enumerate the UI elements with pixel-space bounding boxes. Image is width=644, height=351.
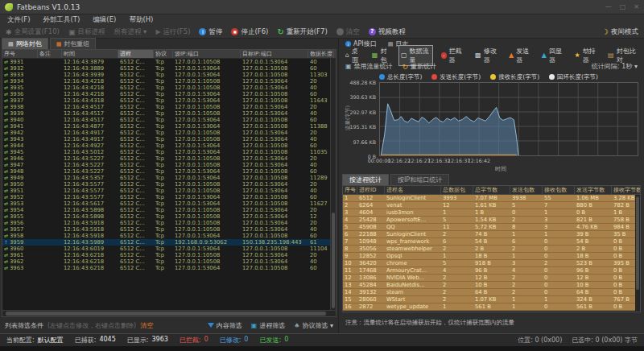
target-process-button[interactable]: ▣目标进程 xyxy=(68,27,105,37)
col-length[interactable]: 数据长度 xyxy=(308,50,334,58)
col-protocol[interactable]: 协议 xyxy=(154,50,173,58)
col-process[interactable]: 进程 xyxy=(118,50,154,58)
protocol-filter-button[interactable]: ♠协议筛选 ▾ xyxy=(294,321,333,330)
menu-item-file[interactable]: 文件(F) xyxy=(7,15,31,25)
process-table-vscrollbar[interactable] xyxy=(635,195,640,312)
col-sent-bytes[interactable]: 发送字节数 xyxy=(575,186,612,194)
minimize-button[interactable]: — xyxy=(605,3,612,10)
packet-row[interactable]: ⇄393712:16:43:43186512 C...Tcp127.0.0.1:… xyxy=(2,97,336,104)
process-row[interactable]: 162872wetype_update1561 B10561 B0 B xyxy=(343,304,640,311)
maximize-button[interactable]: □ xyxy=(620,3,626,10)
packet-row[interactable]: ⇄393212:16:43:38896512 C...Tcp127.0.0.1:… xyxy=(2,65,336,72)
packet-row[interactable]: ⇄393412:16:43:42186512 C...Tcp127.0.0.1:… xyxy=(2,78,336,85)
legend-loopback[interactable]: 回环长度(字节) xyxy=(549,73,598,81)
packet-row[interactable]: ⇄394512:16:43:50126512 C...Tcp127.0.0.1:… xyxy=(2,149,336,155)
packet-row[interactable]: ⇄394312:16:43:49176512 C...Tcp127.0.0.1:… xyxy=(2,136,336,142)
col-total-bytes[interactable]: 总字节数 xyxy=(473,186,510,194)
menu-item-edit[interactable]: 编辑(E) xyxy=(93,15,116,25)
packet-row[interactable]: ⇄394012:16:43:45176512 C...Tcp127.0.0.1:… xyxy=(2,117,336,123)
col-recv-bytes[interactable]: 接收字节数 xyxy=(612,186,641,194)
packet-row[interactable]: ⇄395712:16:43:59186512 C...Tcp127.0.0.1:… xyxy=(2,226,336,233)
menu-item-help[interactable]: 帮助(H) xyxy=(129,15,153,25)
tab-packet-reassembly[interactable]: ▦封包重组 xyxy=(50,38,97,49)
stop-button[interactable]: ■停止(F6) xyxy=(231,27,268,37)
packet-row[interactable]: ⇄394912:16:43:53576512 C...Tcp127.0.0.1:… xyxy=(2,175,336,181)
packet-row[interactable]: ⇄395412:16:43:58986512 C...Tcp127.0.0.1:… xyxy=(2,207,336,213)
packet-row[interactable]: ⇄395212:16:43:55776512 C...Tcp127.0.0.1:… xyxy=(2,194,336,200)
legend-total[interactable]: 总长度(字节) xyxy=(379,73,422,81)
packet-row[interactable]: ⇄394412:16:43:49276512 C...Tcp127.0.0.1:… xyxy=(2,142,336,149)
packet-row[interactable]: ⇄396112:16:43:62186512 C...Tcp127.0.0.1:… xyxy=(2,252,336,258)
packet-row[interactable]: ⇄395612:16:43:59186512 C...Tcp127.0.0.1:… xyxy=(2,220,336,226)
video-tutorial-button[interactable]: ?视频教程 xyxy=(369,27,406,37)
recount-button[interactable]: ↻重新统计 xyxy=(402,62,437,71)
col-seq[interactable]: 序号 xyxy=(2,50,38,58)
packet-row[interactable]: ⇄393312:16:43:39396512 C...Tcp127.0.0.1:… xyxy=(2,72,336,78)
packet-row[interactable]: ⇄395012:16:43:55776512 C...Tcp127.0.0.1:… xyxy=(2,181,336,188)
process-scope-dropdown[interactable]: 所有进程 ▾ xyxy=(114,27,147,37)
packet-row[interactable]: ⇄393812:16:43:45176512 C...Tcp127.0.0.1:… xyxy=(2,104,336,110)
monitor-icon: ▣ xyxy=(68,28,76,36)
interval-dropdown[interactable]: 统计间隔:1秒 ▾ xyxy=(592,62,638,71)
process-cell: 3 xyxy=(343,209,357,217)
col-dst[interactable]: 目标IP:端口 xyxy=(241,50,308,58)
content-filter-button[interactable]: 内容筛选 xyxy=(208,321,242,330)
col-time[interactable]: 时间 xyxy=(62,50,118,58)
packet-row[interactable]: ⇄394812:16:43:52276512 C...Tcp127.0.0.1:… xyxy=(2,168,336,175)
packet-row[interactable]: ⇄396312:16:43:62186512 C...Tcp127.0.0.1:… xyxy=(2,265,336,271)
packet-table-hscrollbar[interactable] xyxy=(2,310,336,316)
process-cell: 10 B xyxy=(473,282,510,289)
packet-table-vscrollbar[interactable] xyxy=(330,59,336,310)
packet-row[interactable]: ⇄393912:16:43:45176512 C...Tcp127.0.0.1:… xyxy=(2,110,336,117)
packet-cell: Tcp xyxy=(154,110,173,117)
legend-received[interactable]: 接收长度(字节) xyxy=(490,73,539,81)
run-button[interactable]: ▶运行(F5) xyxy=(155,27,190,37)
packet-row[interactable]: ⇄394612:16:43:52276512 C...Tcp127.0.0.1:… xyxy=(2,155,336,162)
packet-row[interactable]: ⇄396012:16:43:60196512 C...Tcp127.0.0.1:… xyxy=(2,246,336,252)
process-cell: 35056 xyxy=(357,246,385,253)
packet-row[interactable]: ⇄393512:16:43:42186512 C...Tcp127.0.0.1:… xyxy=(2,85,336,91)
packet-seq: 3946 xyxy=(10,155,23,162)
tab-by-process[interactable]: 按进程统计 xyxy=(342,174,389,185)
col-sent-packets[interactable]: 发送包数 xyxy=(510,186,543,194)
process-cell: WStart xyxy=(385,296,441,304)
filter-clear-button[interactable]: 清空 xyxy=(140,321,153,330)
packet-row[interactable]: ⇄394212:16:43:49176512 C...Tcp127.0.0.1:… xyxy=(2,130,336,136)
packet-row[interactable]: ↑395912:16:43:59896512 C...Tcp192.168.0.… xyxy=(2,239,336,246)
packet-row[interactable]: ⇄395312:16:43:56176512 C...Tcp127.0.0.1:… xyxy=(2,200,336,207)
packet-row[interactable]: ⇄394112:16:43:48776512 C...Tcp127.0.0.1:… xyxy=(2,123,336,130)
col-src[interactable]: 源IP:端口 xyxy=(173,50,241,58)
process-cell: 0 xyxy=(543,238,575,246)
packet-row[interactable]: ⇄395512:16:43:58986512 C...Tcp127.0.0.1:… xyxy=(2,213,336,220)
packet-row[interactable]: ⇄393112:16:43:38796512 C...Tcp127.0.0.1:… xyxy=(2,59,336,65)
clear-button[interactable]: 清空 xyxy=(336,27,360,37)
tab-by-ip-port[interactable]: 按IP和端口统计 xyxy=(390,174,449,185)
col-pid[interactable]: 进程ID xyxy=(357,186,385,194)
stop-icon: ■ xyxy=(231,28,238,35)
col-index[interactable]: 序号 xyxy=(343,186,357,194)
packet-row[interactable]: ⇄395112:16:43:55776512 C...Tcp127.0.0.1:… xyxy=(2,188,336,194)
hscroll-thumb[interactable] xyxy=(6,312,325,316)
restart-button[interactable]: ↻重新开始(F7) xyxy=(277,27,327,37)
packet-row[interactable]: ⇄395812:16:43:59186512 C...Tcp127.0.0.1:… xyxy=(2,233,336,239)
process-filter-button[interactable]: ▣进程筛选 xyxy=(251,321,286,330)
tab-network-packets[interactable]: ▤网络封包 xyxy=(2,38,48,49)
col-total-packets[interactable]: 总数据包 xyxy=(441,186,473,194)
col-name[interactable]: 进程名 xyxy=(385,186,441,194)
packet-row[interactable]: ⇄396212:16:43:62186512 C...Tcp127.0.0.1:… xyxy=(2,258,336,265)
col-recv-packets[interactable]: 接收包数 xyxy=(543,186,575,194)
global-settings-button[interactable]: ✱全局设置(F10) xyxy=(6,27,60,37)
packet-row[interactable]: ⇄394712:16:43:52276512 C...Tcp127.0.0.1:… xyxy=(2,162,336,168)
disable-stats-button[interactable]: ▣禁用流量统计 xyxy=(345,62,393,71)
vscroll-thumb[interactable] xyxy=(332,213,335,308)
packet-row[interactable]: ⇄393612:16:43:42186512 C...Tcp127.0.0.1:… xyxy=(2,91,336,97)
pause-button[interactable]: ‖暂停 xyxy=(199,27,222,37)
col-note[interactable]: 备注 xyxy=(38,50,62,58)
process-cell: 10948 xyxy=(357,238,385,246)
menu-item-external-tools[interactable]: 外部工具(T) xyxy=(43,15,80,25)
close-button[interactable]: ✕ xyxy=(634,3,639,10)
vscroll-thumb[interactable] xyxy=(636,196,639,290)
night-mode-toggle[interactable]: ☽夜间模式 xyxy=(601,27,638,37)
legend-sent[interactable]: 发送长度(字节) xyxy=(431,73,481,81)
packet-seq: 3957 xyxy=(10,226,23,233)
